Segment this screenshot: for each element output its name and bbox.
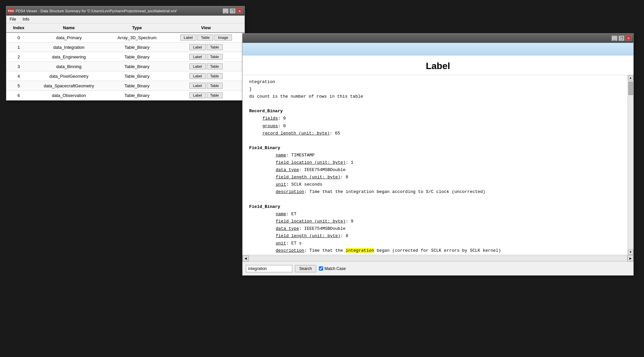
content-line-rows: ds count is the number of rows in this t… [249, 93, 621, 100]
label-minimize-button[interactable]: _ [611, 36, 617, 41]
cell-view: LabelTable [168, 81, 245, 91]
groups-line: groups: 0 [262, 123, 621, 130]
label-titlebar: _ ❐ ✕ [243, 34, 633, 43]
unit1-line: unit: SCLK seconds [276, 181, 621, 188]
field-loc1-line: field_location (unit: byte): 1 [276, 159, 621, 166]
close-button[interactable]: ✕ [237, 8, 243, 14]
data-structure-titlebar: PDS PDS4 Viewer - Data Structure Summary… [6, 6, 245, 16]
titlebar-left: PDS PDS4 Viewer - Data Structure Summary… [8, 8, 177, 14]
background-region-bl [0, 110, 242, 357]
view-btn-label[interactable]: Label [189, 54, 206, 60]
desc1-line: description: Time that the integration b… [276, 188, 621, 196]
data-table: Index Name Type View 0data_PrimaryArray_… [6, 23, 245, 100]
view-btn-table[interactable]: Table [207, 83, 223, 89]
table-row: 6data_ObservationTable_BinaryLabelTable [6, 91, 245, 100]
view-btn-label[interactable]: Label [189, 63, 206, 69]
cell-view: LabelTable [168, 91, 245, 100]
cell-view: LabelTable [168, 71, 245, 81]
scroll-track[interactable] [628, 80, 633, 249]
scroll-down-arrow[interactable]: ▼ [628, 249, 633, 255]
table-row: 0data_PrimaryArray_3D_SpectrumLabelTable… [6, 33, 245, 43]
table-row: 1data_IntegrationTable_BinaryLabelTable [6, 43, 245, 52]
label-title: Label [243, 61, 633, 71]
name2-line: name: ET [276, 211, 621, 218]
table-row: 4data_PixelGeometryTable_BinaryLabelTabl… [6, 71, 245, 81]
scroll-right-arrow[interactable]: ▶ [627, 255, 633, 261]
field-len1-line: field_length (unit: byte): 8 [276, 174, 621, 181]
view-btn-label[interactable]: Label [189, 44, 206, 50]
cell-type: Table_Binary [107, 43, 167, 52]
col-name: Name [31, 23, 107, 33]
col-view: View [168, 23, 245, 33]
content-line-integration: ntegration [249, 78, 621, 86]
view-btn-table[interactable]: Table [207, 54, 223, 60]
record-length-line: record_length (unit: byte): 65 [262, 130, 621, 137]
cell-index: 3 [6, 62, 31, 71]
label-content-wrapper: ntegration } ds count is the number of r… [243, 75, 633, 255]
cell-name: data_PixelGeometry [31, 71, 107, 81]
view-btn-label[interactable]: Label [189, 83, 206, 89]
scroll-thumb[interactable] [628, 82, 633, 95]
menu-info[interactable]: Info [21, 16, 31, 22]
view-btn-label[interactable]: Label [189, 92, 206, 98]
content-line-brace: } [249, 86, 621, 93]
search-bar: Search Match Case [243, 261, 633, 275]
data-type2-line: data_type: IEEE754MSBDouble [276, 225, 621, 232]
view-btn-table[interactable]: Table [197, 35, 213, 41]
background-region-tr [242, 0, 644, 33]
cell-index: 0 [6, 33, 31, 43]
cell-type: Table_Binary [107, 62, 167, 71]
cell-view: LabelTable [168, 52, 245, 62]
field-binary2-header: Field_Binary [249, 203, 621, 211]
label-window-controls: _ ❐ ✕ [611, 36, 631, 41]
window-title: PDS4 Viewer - Data Structure Summary for… [16, 9, 177, 13]
view-btn-table[interactable]: Table [207, 73, 223, 79]
vertical-scrollbar[interactable]: ▲ ▼ [627, 75, 633, 255]
view-btn-table[interactable]: Table [207, 63, 223, 69]
menu-file[interactable]: File [8, 16, 17, 22]
cell-name: data_SpacecraftGeometry [31, 81, 107, 91]
search-button[interactable]: Search [295, 265, 316, 272]
horizontal-scrollbar-track[interactable] [249, 256, 627, 261]
match-case-checkbox[interactable] [319, 266, 323, 271]
col-index: Index [6, 23, 31, 33]
data-type1-line: data_type: IEEE754MSBDouble [276, 166, 621, 174]
data-structure-window: PDS PDS4 Viewer - Data Structure Summary… [6, 6, 245, 101]
view-btn-table[interactable]: Table [207, 92, 223, 98]
table-row: 5data_SpacecraftGeometryTable_BinaryLabe… [6, 81, 245, 91]
cell-name: data_Observation [31, 91, 107, 100]
label-restore-button[interactable]: ❐ [618, 36, 624, 41]
match-case-label: Match Case [319, 266, 346, 271]
label-close-button[interactable]: ✕ [625, 36, 631, 41]
restore-button[interactable]: ❐ [230, 8, 236, 14]
cell-type: Array_3D_Spectrum [107, 33, 167, 43]
minimize-button[interactable]: _ [223, 8, 229, 14]
cell-name: data_Binning [31, 62, 107, 71]
cell-index: 4 [6, 71, 31, 81]
menubar: File Info [6, 16, 245, 23]
field-loc2-line: field_location (unit: byte): 9 [276, 218, 621, 225]
app-icon: PDS [8, 8, 14, 14]
view-btn-label[interactable]: Label [180, 35, 196, 41]
cell-name: data_Primary [31, 33, 107, 43]
search-input[interactable] [246, 265, 292, 272]
highlight-integration: integration [346, 248, 374, 253]
view-btn-image[interactable]: Image [214, 35, 232, 41]
cell-name: data_Engineering [31, 52, 107, 62]
desc2-line: description: Time that the integration b… [276, 247, 621, 254]
fields-line: fields: 9 [262, 115, 621, 122]
label-content-area[interactable]: ntegration } ds count is the number of r… [243, 75, 627, 255]
field-len2-line: field_length (unit: byte): 8 [276, 232, 621, 240]
cell-index: 5 [6, 81, 31, 91]
cell-view: LabelTableImage [168, 33, 245, 43]
view-btn-label[interactable]: Label [189, 73, 206, 79]
record-binary-header: Record_Binary [249, 108, 621, 115]
view-btn-table[interactable]: Table [207, 44, 223, 50]
cell-view: LabelTable [168, 62, 245, 71]
table-row: 3data_BinningTable_BinaryLabelTable [6, 62, 245, 71]
cell-view: LabelTable [168, 43, 245, 52]
col-type: Type [107, 23, 167, 33]
scroll-up-arrow[interactable]: ▲ [628, 75, 633, 80]
cell-index: 6 [6, 91, 31, 100]
scroll-left-arrow[interactable]: ◀ [243, 255, 249, 261]
